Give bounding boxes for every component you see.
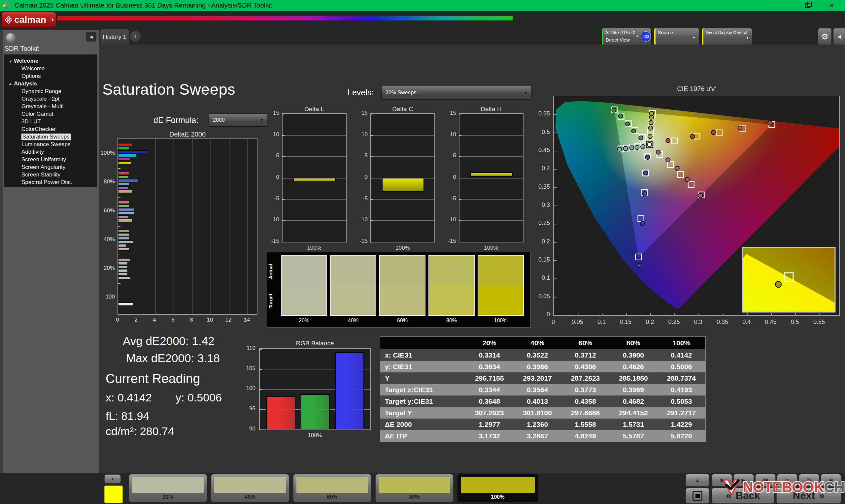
tree-item-welcome[interactable]: Welcome (4, 65, 97, 72)
gridline (371, 135, 434, 136)
meter-count-badge: 233 (641, 31, 651, 41)
axis-tick (259, 389, 262, 390)
delta-bar (382, 178, 424, 192)
gridline (174, 139, 174, 314)
axis-tick (459, 178, 461, 178)
table-row-label: Target y:CIE31 (380, 397, 465, 406)
group-label: 20% (96, 265, 115, 271)
tree-item-colorchecker[interactable]: ColorChecker (4, 125, 97, 133)
patch-swatch (132, 477, 204, 493)
meter-up-button[interactable]: ▲ (686, 474, 709, 487)
tree-item-additivity[interactable]: Additivity (4, 148, 97, 156)
tree-expander-icon[interactable]: ◢ (9, 82, 11, 86)
table-cell: 0.3522 (513, 351, 561, 359)
list-button[interactable]: ▤ (755, 474, 776, 487)
table-cell: 0.4142 (657, 351, 705, 359)
target-swatch (429, 286, 474, 316)
patch-panel-expand-button[interactable]: ▲ (104, 474, 121, 484)
target-row-label: Target (268, 286, 278, 316)
tree-item-color-gamut[interactable]: Color Gamut (4, 110, 97, 118)
tree-item-luminance-sweeps[interactable]: Luminance Sweeps (4, 141, 97, 148)
settings-button[interactable]: ⚙ (818, 28, 832, 45)
tree-item-options[interactable]: Options (4, 72, 97, 80)
tree-item-screen-angularity[interactable]: Screen Angularity (4, 163, 97, 171)
axis-tick (459, 114, 461, 114)
continuous-button[interactable]: ∞ (777, 474, 797, 487)
cie-x-tick: 0.15 (616, 319, 636, 326)
tree-item-screen-uniformity[interactable]: Screen Uniformity (4, 156, 97, 163)
de-formula-dropdown[interactable]: 2000 ▼ (209, 113, 267, 127)
patch-button-80%[interactable]: 80% (375, 474, 454, 502)
table-cell: 0.4682 (609, 397, 657, 406)
tree-item-dynamic-range[interactable]: Dynamic Range (4, 87, 97, 95)
record-button[interactable]: ◉ (821, 474, 841, 487)
cie-y-tick: 0.3 (528, 201, 550, 209)
source-dropdown[interactable]: Source ▼ (654, 28, 700, 45)
next-button[interactable]: Next » (776, 488, 841, 504)
table-row: Target Y307.2023301.8100297.6668294.4152… (380, 407, 705, 418)
table-cell: 1.2977 (465, 420, 513, 429)
add-tab-button[interactable]: + (130, 31, 141, 42)
panel-collapse-button[interactable]: ◀ (833, 28, 845, 45)
stop-measure-button[interactable] (686, 488, 709, 504)
bar-green (118, 147, 129, 150)
tree-item-screen-stability[interactable]: Screen Stability (4, 171, 97, 178)
stop-button[interactable]: ■ (712, 474, 732, 487)
tree-item-welcome[interactable]: ◢Welcome (4, 57, 97, 65)
actual-swatch (282, 256, 327, 286)
y-tick-label: 0 (265, 174, 279, 180)
minimize-button[interactable]: — (776, 0, 792, 11)
tree-item-spectral-power-dist-[interactable]: Spectral Power Dist. (4, 178, 97, 186)
refresh-button[interactable]: ↻ (799, 474, 819, 487)
y-tick-label: -10 (442, 216, 456, 223)
calman-menu-button[interactable]: calman ▼ (1, 12, 56, 28)
patch-button-40%[interactable]: 40% (211, 474, 289, 502)
tree-expander-icon[interactable]: ◢ (9, 59, 11, 63)
restore-button[interactable] (800, 0, 815, 11)
table-row: ΔE 20001.29771.23601.55581.57311.4229 (380, 418, 705, 430)
cie-y-tick: 0.35 (528, 183, 550, 190)
table-cell: 293.2017 (513, 374, 561, 382)
tree-item-grayscale-multi[interactable]: Grayscale - Multi (4, 103, 97, 110)
patch-button-100%[interactable]: 100% (457, 474, 538, 502)
bar-cyan (118, 269, 128, 272)
axis-tick (118, 226, 121, 227)
axis-tick (259, 430, 262, 430)
cie-y-tick: 0.2 (528, 238, 550, 245)
patch-button-60%[interactable]: 60% (293, 474, 371, 502)
back-button[interactable]: « Back (712, 488, 774, 504)
reading-x: x: 0.4142 (106, 391, 152, 404)
tree-item-label: Grayscale - 2pt (21, 96, 59, 102)
tree-item-label: Welcome (14, 58, 38, 64)
rgb-y-tick: 90 (235, 426, 256, 432)
bar-green (118, 262, 128, 265)
bar-yellow (118, 248, 130, 251)
up-arrow-icon: ▲ (110, 476, 115, 481)
tree-item-analysis[interactable]: ◢Analysis (4, 80, 97, 87)
tree-item-3d-lut[interactable]: 3D LUT (4, 118, 97, 125)
calman-logo-text: calman (14, 15, 46, 25)
play-button[interactable]: ▶ (734, 474, 754, 487)
table-cell: 0.3986 (513, 363, 561, 371)
tab-history-1[interactable]: History 1 (100, 29, 129, 45)
tree-item-saturation-sweeps[interactable]: Saturation Sweeps (4, 133, 97, 141)
tree-item-label: Analysis (14, 80, 37, 87)
target-swatch (478, 286, 523, 316)
sidebar-collapse-button[interactable]: ◀ (86, 32, 96, 41)
actual-swatch (331, 256, 376, 286)
sphere-button[interactable] (6, 33, 16, 43)
patch-button-20%[interactable]: 20% (129, 474, 207, 502)
group-label: 100% (96, 150, 115, 156)
levels-dropdown[interactable]: 20% Sweeps ▼ (381, 86, 531, 100)
gridline (229, 139, 229, 314)
source-label: Source (658, 30, 673, 35)
display-control-dropdown[interactable]: Direct Display Control ▼ (701, 28, 752, 45)
tree-item-grayscale-2pt[interactable]: Grayscale - 2pt (4, 95, 97, 103)
table-header-cell: 60% (561, 339, 609, 347)
bar-blue (118, 179, 139, 182)
delta-h-plot (459, 113, 524, 242)
swatch-column-100% (478, 255, 524, 316)
close-button[interactable]: ✕ (824, 0, 839, 11)
meter-dropdown[interactable]: X-Rite i1Pro 2 Direct View ▼ 233 (601, 28, 652, 45)
table-cell: 0.3634 (465, 363, 513, 371)
